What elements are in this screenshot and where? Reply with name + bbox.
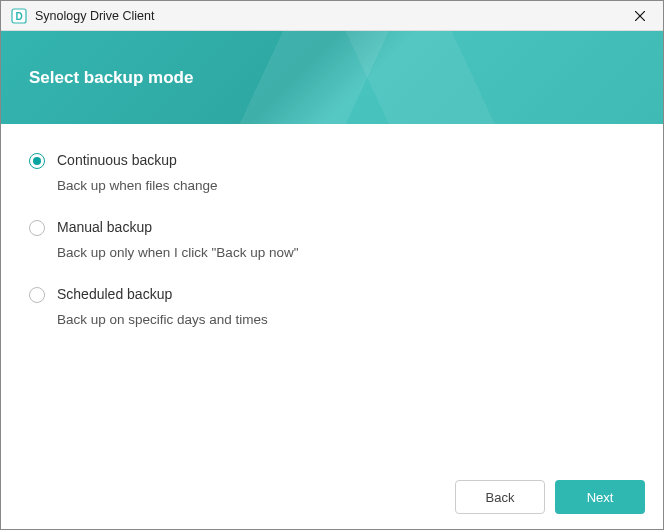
option-text: Manual backup Back up only when I click …	[57, 219, 298, 260]
option-text: Continuous backup Back up when files cha…	[57, 152, 218, 193]
option-label-manual[interactable]: Manual backup	[57, 219, 298, 235]
content-area: Continuous backup Back up when files cha…	[1, 124, 663, 465]
titlebar: D Synology Drive Client	[1, 1, 663, 31]
svg-text:D: D	[15, 11, 22, 22]
close-button[interactable]	[627, 3, 653, 29]
footer: Back Next	[1, 465, 663, 529]
option-text: Scheduled backup Back up on specific day…	[57, 286, 268, 327]
app-window: D Synology Drive Client Select backup mo…	[0, 0, 664, 530]
option-manual: Manual backup Back up only when I click …	[29, 219, 635, 260]
option-scheduled: Scheduled backup Back up on specific day…	[29, 286, 635, 327]
radio-continuous[interactable]	[29, 153, 45, 169]
radio-manual[interactable]	[29, 220, 45, 236]
page-title: Select backup mode	[29, 68, 193, 88]
close-icon	[635, 11, 645, 21]
option-continuous: Continuous backup Back up when files cha…	[29, 152, 635, 193]
header-banner: Select backup mode	[1, 31, 663, 124]
radio-scheduled[interactable]	[29, 287, 45, 303]
back-button[interactable]: Back	[455, 480, 545, 514]
next-button[interactable]: Next	[555, 480, 645, 514]
option-desc-manual: Back up only when I click "Back up now"	[57, 245, 298, 260]
option-desc-scheduled: Back up on specific days and times	[57, 312, 268, 327]
option-label-continuous[interactable]: Continuous backup	[57, 152, 218, 168]
option-desc-continuous: Back up when files change	[57, 178, 218, 193]
option-label-scheduled[interactable]: Scheduled backup	[57, 286, 268, 302]
app-title: Synology Drive Client	[35, 9, 627, 23]
app-icon: D	[11, 8, 27, 24]
